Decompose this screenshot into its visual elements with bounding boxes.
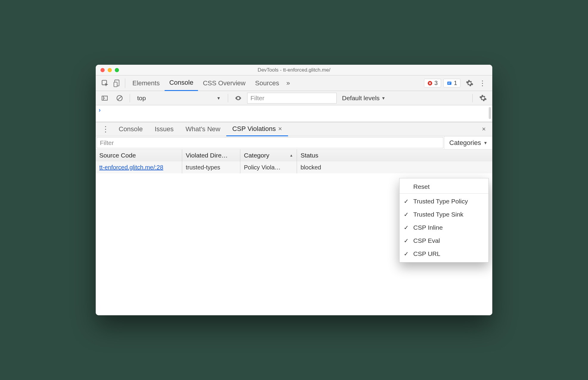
errors-count: 3 [434,80,438,86]
table-row[interactable]: tt-enforced.glitch.me/:28 trusted-types … [96,161,492,173]
th-category[interactable]: Category [240,149,297,161]
log-levels-selector[interactable]: Default levels ▼ [340,93,388,103]
console-filter-input[interactable]: Filter [247,93,337,104]
svg-rect-6 [448,83,450,84]
divider [472,94,473,102]
customize-devtools-icon[interactable]: ⋮ [476,79,489,87]
check-icon: ✓ [404,224,409,231]
drawer-tab-csp-violations[interactable]: CSP Violations × [226,122,288,136]
dropdown-item-csp-eval[interactable]: ✓CSP Eval [400,234,488,247]
check-icon: ✓ [404,198,409,205]
drawer-tab-whatsnew[interactable]: What's New [180,122,226,136]
chevron-down-icon: ▼ [381,96,386,101]
console-output[interactable]: › [96,105,492,122]
live-expression-icon[interactable] [232,93,244,104]
chevron-down-icon: ▼ [483,140,488,145]
categories-dropdown-button[interactable]: Categories ▼ [444,136,492,149]
tab-sources[interactable]: Sources [250,75,284,91]
drawer-tab-issues[interactable]: Issues [149,122,180,136]
table-body: tt-enforced.glitch.me/:28 trusted-types … [96,161,492,173]
categories-label: Categories [449,139,481,147]
dropdown-item-csp-url[interactable]: ✓CSP URL [400,247,488,260]
context-label: top [137,95,146,102]
check-icon: ✓ [404,211,409,218]
console-toolbar: top ▼ Filter Default levels ▼ [96,91,492,105]
minimize-window-icon[interactable] [108,68,112,72]
console-settings-icon[interactable] [477,92,489,104]
th-status[interactable]: Status [297,149,492,161]
table-header: Source Code Violated Dire… Category Stat… [96,149,492,161]
context-selector[interactable]: top ▼ [134,93,224,103]
levels-label: Default levels [342,95,380,102]
cell-status: blocked [297,161,492,173]
svg-rect-2 [114,82,117,87]
scrollbar-thumb[interactable] [489,107,491,119]
th-source-code[interactable]: Source Code [96,149,182,161]
tab-elements[interactable]: Elements [128,75,165,91]
traffic-lights [96,68,119,72]
drawer-tabstrip: ⋮ Console Issues What's New CSP Violatio… [96,122,492,136]
dropdown-item-trusted-type-policy[interactable]: ✓Trusted Type Policy [400,195,488,208]
clear-console-icon[interactable] [114,93,126,104]
divider [125,78,125,88]
toggle-device-icon[interactable] [111,77,123,89]
drawer-tab-label: CSP Violations [232,125,276,133]
divider [130,94,130,102]
th-violated-directive[interactable]: Violated Dire… [182,149,240,161]
chevron-down-icon: ▼ [216,96,221,101]
svg-rect-4 [447,81,451,85]
dropdown-item-trusted-type-sink[interactable]: ✓Trusted Type Sink [400,208,488,221]
settings-icon[interactable] [463,78,476,89]
drawer-tab-console[interactable]: Console [113,122,149,136]
drawer-menu-icon[interactable]: ⋮ [99,125,113,134]
svg-rect-5 [448,82,451,83]
violations-toolbar: Filter Categories ▼ [96,136,492,149]
tab-console[interactable]: Console [165,75,198,91]
close-window-icon[interactable] [100,68,105,72]
console-prompt-icon: › [99,106,101,113]
check-icon: ✓ [404,250,409,257]
window-titlebar: DevTools - tt-enforced.glitch.me/ [96,65,492,75]
devtools-window: DevTools - tt-enforced.glitch.me/ Elemen… [96,65,492,315]
dropdown-item-csp-inline[interactable]: ✓CSP Inline [400,221,488,234]
issues-badge[interactable]: 1 [443,79,460,87]
close-drawer-icon[interactable]: × [478,125,489,133]
dropdown-reset[interactable]: Reset [400,180,488,194]
window-title: DevTools - tt-enforced.glitch.me/ [96,67,492,73]
cell-category: Policy Viola… [240,161,297,173]
cell-directive: trusted-types [182,161,240,173]
tabs-overflow-icon[interactable]: » [284,75,292,91]
tab-css-overview[interactable]: CSS Overview [198,75,250,91]
categories-dropdown: Reset ✓Trusted Type Policy ✓Trusted Type… [399,178,489,262]
divider [228,94,228,102]
violations-filter-input[interactable]: Filter [97,137,443,148]
zoom-window-icon[interactable] [115,68,119,72]
main-tabstrip: Elements Console CSS Overview Sources » … [96,75,492,91]
source-link[interactable]: tt-enforced.glitch.me/:28 [99,164,163,171]
close-tab-icon[interactable]: × [278,125,282,133]
errors-badge[interactable]: 3 [424,79,441,87]
inspect-element-icon[interactable] [99,78,111,89]
sidebar-toggle-icon[interactable] [99,93,111,104]
issues-count: 1 [454,80,457,86]
check-icon: ✓ [404,237,409,244]
